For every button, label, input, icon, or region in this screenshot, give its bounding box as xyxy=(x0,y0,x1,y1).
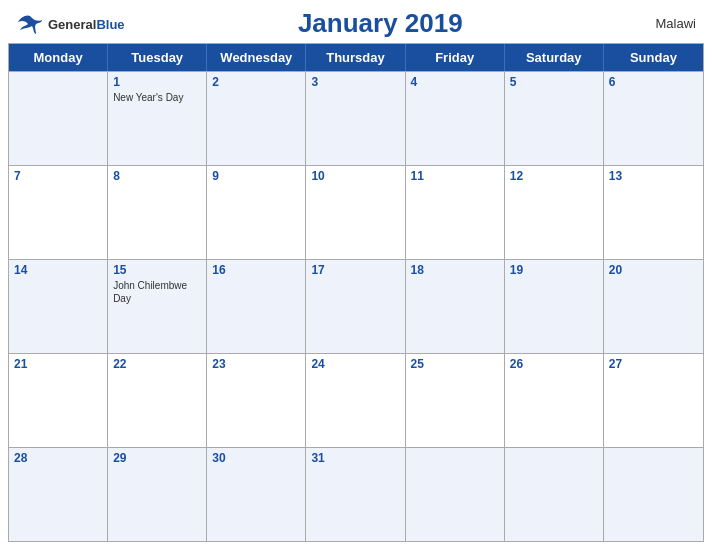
cell-date-number: 8 xyxy=(113,169,201,183)
cell-date-number: 6 xyxy=(609,75,698,89)
cell-date-number: 22 xyxy=(113,357,201,371)
calendar-cell xyxy=(9,72,108,165)
calendar-cell: 11 xyxy=(406,166,505,259)
country-label: Malawi xyxy=(636,16,696,31)
cell-date-number: 27 xyxy=(609,357,698,371)
cell-date-number: 26 xyxy=(510,357,598,371)
calendar-cell: 31 xyxy=(306,448,405,541)
cell-date-number: 7 xyxy=(14,169,102,183)
calendar-cell: 13 xyxy=(604,166,703,259)
calendar-cell: 26 xyxy=(505,354,604,447)
calendar-cell: 16 xyxy=(207,260,306,353)
calendar-cell xyxy=(604,448,703,541)
logo-general-text: General xyxy=(48,17,96,32)
calendar-cell: 4 xyxy=(406,72,505,165)
calendar-cell: 27 xyxy=(604,354,703,447)
calendar-week-4: 21222324252627 xyxy=(9,353,703,447)
cell-date-number: 10 xyxy=(311,169,399,183)
calendar-cell: 2 xyxy=(207,72,306,165)
cell-event-label: New Year's Day xyxy=(113,91,201,104)
calendar-cell: 9 xyxy=(207,166,306,259)
weekday-header-wednesday: Wednesday xyxy=(207,44,306,71)
cell-date-number: 31 xyxy=(311,451,399,465)
cell-date-number: 24 xyxy=(311,357,399,371)
calendar-cell xyxy=(406,448,505,541)
calendar-week-5: 28293031 xyxy=(9,447,703,541)
calendar-cell: 19 xyxy=(505,260,604,353)
cell-event-label: John Chilembwe Day xyxy=(113,279,201,305)
calendar-cell: 24 xyxy=(306,354,405,447)
weekday-header-tuesday: Tuesday xyxy=(108,44,207,71)
calendar-cell: 25 xyxy=(406,354,505,447)
calendar-cell: 28 xyxy=(9,448,108,541)
cell-date-number: 18 xyxy=(411,263,499,277)
calendar-cell: 15John Chilembwe Day xyxy=(108,260,207,353)
calendar-cell: 17 xyxy=(306,260,405,353)
calendar-cell: 22 xyxy=(108,354,207,447)
calendar-cell: 18 xyxy=(406,260,505,353)
calendar-cell: 30 xyxy=(207,448,306,541)
cell-date-number: 15 xyxy=(113,263,201,277)
cell-date-number: 12 xyxy=(510,169,598,183)
calendar-cell: 23 xyxy=(207,354,306,447)
calendar-cell: 6 xyxy=(604,72,703,165)
calendar-body: 1New Year's Day23456789101112131415John … xyxy=(9,71,703,541)
weekday-header-sunday: Sunday xyxy=(604,44,703,71)
logo-bird-icon xyxy=(16,12,44,36)
calendar-week-2: 78910111213 xyxy=(9,165,703,259)
cell-date-number: 28 xyxy=(14,451,102,465)
calendar-cell: 5 xyxy=(505,72,604,165)
weekday-header-thursday: Thursday xyxy=(306,44,405,71)
cell-date-number: 3 xyxy=(311,75,399,89)
calendar-cell: 21 xyxy=(9,354,108,447)
cell-date-number: 30 xyxy=(212,451,300,465)
logo-label: GeneralBlue xyxy=(48,15,125,33)
calendar-cell: 1New Year's Day xyxy=(108,72,207,165)
cell-date-number: 21 xyxy=(14,357,102,371)
weekday-header-saturday: Saturday xyxy=(505,44,604,71)
logo-blue-text: Blue xyxy=(96,17,124,32)
cell-date-number: 14 xyxy=(14,263,102,277)
cell-date-number: 9 xyxy=(212,169,300,183)
calendar-cell: 12 xyxy=(505,166,604,259)
calendar-cell: 20 xyxy=(604,260,703,353)
logo: GeneralBlue xyxy=(16,12,125,36)
calendar-cell: 8 xyxy=(108,166,207,259)
cell-date-number: 11 xyxy=(411,169,499,183)
cell-date-number: 16 xyxy=(212,263,300,277)
cell-date-number: 19 xyxy=(510,263,598,277)
calendar-cell: 7 xyxy=(9,166,108,259)
weekday-header-friday: Friday xyxy=(406,44,505,71)
cell-date-number: 20 xyxy=(609,263,698,277)
page-header: GeneralBlue January 2019 Malawi xyxy=(0,0,712,43)
calendar-title: January 2019 xyxy=(125,8,636,39)
cell-date-number: 2 xyxy=(212,75,300,89)
cell-date-number: 29 xyxy=(113,451,201,465)
calendar-week-3: 1415John Chilembwe Day1617181920 xyxy=(9,259,703,353)
calendar-week-1: 1New Year's Day23456 xyxy=(9,71,703,165)
cell-date-number: 5 xyxy=(510,75,598,89)
calendar-cell: 14 xyxy=(9,260,108,353)
cell-date-number: 4 xyxy=(411,75,499,89)
calendar-cell: 29 xyxy=(108,448,207,541)
cell-date-number: 25 xyxy=(411,357,499,371)
cell-date-number: 13 xyxy=(609,169,698,183)
calendar-cell xyxy=(505,448,604,541)
calendar: MondayTuesdayWednesdayThursdayFridaySatu… xyxy=(8,43,704,542)
calendar-weekday-header: MondayTuesdayWednesdayThursdayFridaySatu… xyxy=(9,44,703,71)
weekday-header-monday: Monday xyxy=(9,44,108,71)
cell-date-number: 17 xyxy=(311,263,399,277)
calendar-cell: 10 xyxy=(306,166,405,259)
cell-date-number: 1 xyxy=(113,75,201,89)
cell-date-number: 23 xyxy=(212,357,300,371)
calendar-cell: 3 xyxy=(306,72,405,165)
